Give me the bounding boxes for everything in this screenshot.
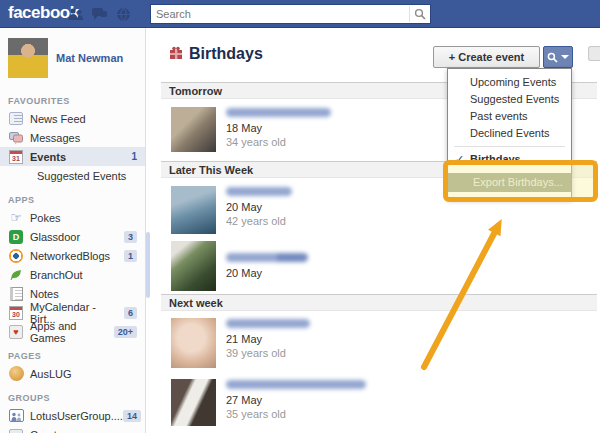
cut-off-ui-fragment (588, 46, 600, 61)
friend-requests-icon[interactable] (67, 6, 84, 22)
redacted-name[interactable] (226, 187, 292, 196)
sidebar-item-news-feed[interactable]: News Feed (0, 109, 145, 128)
create-event-button[interactable]: + Create event (433, 46, 540, 68)
search-submit-icon[interactable] (409, 6, 429, 22)
birthday-date: 27 May (226, 394, 366, 406)
scrollbar-thumb[interactable] (146, 232, 150, 298)
section-header-next-week: Next week (161, 294, 597, 311)
sidebar-item-events[interactable]: 31 Events 1 (0, 147, 145, 166)
redacted-name[interactable] (226, 319, 310, 328)
apps-and-games-badge: 20+ (114, 326, 137, 338)
events-count: 1 (131, 151, 137, 162)
profile-photo[interactable] (171, 107, 216, 152)
news-feed-icon (8, 111, 24, 127)
group-icon (8, 408, 24, 424)
facebook-window: facebook Mat Newman FAVOURITES (0, 0, 600, 433)
messages-icon (8, 130, 24, 146)
glassdoor-badge: 3 (124, 231, 137, 243)
networkedblogs-icon (8, 248, 24, 264)
top-navigation-bar: facebook (0, 0, 600, 28)
messages-icon[interactable] (91, 6, 108, 22)
sidebar-item-auslug[interactable]: AusLUG (0, 364, 145, 383)
redacted-name[interactable] (226, 108, 331, 117)
birthday-date: 20 May (226, 267, 308, 279)
glassdoor-icon: D (8, 229, 24, 245)
profile-block: Mat Newman (0, 28, 145, 86)
sidebar-item-lotususergroup[interactable]: LotusUserGroup.... 14 (0, 406, 145, 425)
menu-item-past-events[interactable]: Past events (448, 108, 571, 125)
auslug-icon (8, 366, 24, 382)
birthday-entry: 20 May (161, 238, 597, 294)
sidebar-item-glassdoor[interactable]: D Glassdoor 3 (0, 227, 145, 246)
gift-icon (169, 46, 183, 62)
page-title: Birthdays (189, 45, 263, 63)
profile-photo[interactable] (171, 186, 216, 234)
checkmark-icon: ✓ (455, 151, 464, 168)
birthday-age: 34 years old (226, 136, 331, 148)
menu-divider (454, 146, 565, 147)
birthday-age: 39 years old (226, 347, 310, 359)
menu-item-birthdays[interactable]: ✓ Birthdays (448, 151, 571, 168)
birthday-date: 21 May (226, 333, 310, 345)
left-sidebar: Mat Newman FAVOURITES News Feed Messages… (0, 28, 146, 433)
sidebar-item-messages[interactable]: Messages (0, 128, 145, 147)
avatar[interactable] (8, 38, 48, 78)
magnifier-icon (547, 52, 558, 63)
search-bar (150, 4, 431, 24)
sidebar-item-suggested-events[interactable]: Suggested Events (0, 166, 145, 185)
branchout-leaf-icon (8, 267, 24, 283)
sidebar-item-pokes[interactable]: ☞ Pokes (0, 208, 145, 227)
chevron-down-icon (561, 55, 569, 59)
birthday-entry: 21 May 39 years old (161, 311, 597, 373)
notifications-globe-icon[interactable] (115, 6, 132, 22)
section-label-favourites: FAVOURITES (8, 96, 145, 106)
pokes-icon: ☞ (8, 210, 24, 226)
section-label-groups: GROUPS (8, 393, 145, 403)
birthday-date: 18 May (226, 122, 331, 134)
sidebar-item-networkedblogs[interactable]: NetworkedBlogs 1 (0, 246, 145, 265)
profile-name-link[interactable]: Mat Newman (56, 52, 123, 64)
notes-icon (8, 286, 24, 302)
profile-photo[interactable] (171, 379, 216, 426)
events-calendar-icon: 31 (8, 149, 24, 165)
birthday-age: 42 years old (226, 215, 292, 227)
sidebar-item-create-group[interactable]: + Create group (0, 425, 145, 433)
event-filter-button[interactable] (543, 46, 573, 68)
redacted-name[interactable] (226, 380, 366, 389)
mycalendar-icon: 30 (8, 305, 24, 321)
profile-photo[interactable] (171, 241, 216, 291)
lotususergroup-badge: 14 (123, 410, 141, 422)
menu-item-upcoming-events[interactable]: Upcoming Events (448, 74, 571, 91)
redacted-name[interactable] (226, 253, 308, 262)
section-label-pages: PAGES (8, 351, 145, 361)
sidebar-item-apps-and-games[interactable]: ♥ Apps and Games 20+ (0, 322, 145, 341)
birthday-age: 35 years old (226, 408, 366, 420)
apps-and-games-icon: ♥ (8, 324, 24, 340)
profile-photo[interactable] (171, 318, 216, 368)
mycalendar-badge: 6 (124, 307, 137, 319)
create-group-icon: + (8, 427, 24, 433)
search-input[interactable] (151, 5, 409, 23)
networkedblogs-badge: 1 (124, 250, 137, 262)
menu-item-declined-events[interactable]: Declined Events (448, 125, 571, 142)
menu-item-suggested-events[interactable]: Suggested Events (448, 91, 571, 108)
birthday-date: 20 May (226, 201, 292, 213)
birthday-entry: 27 May 35 years old (161, 373, 597, 433)
section-label-apps: APPS (8, 195, 145, 205)
events-filter-dropdown: Upcoming Events Suggested Events Past ev… (447, 68, 572, 199)
menu-item-export-birthdays[interactable]: Export Birthdays... (448, 173, 571, 192)
sidebar-item-branchout[interactable]: BranchOut (0, 265, 145, 284)
